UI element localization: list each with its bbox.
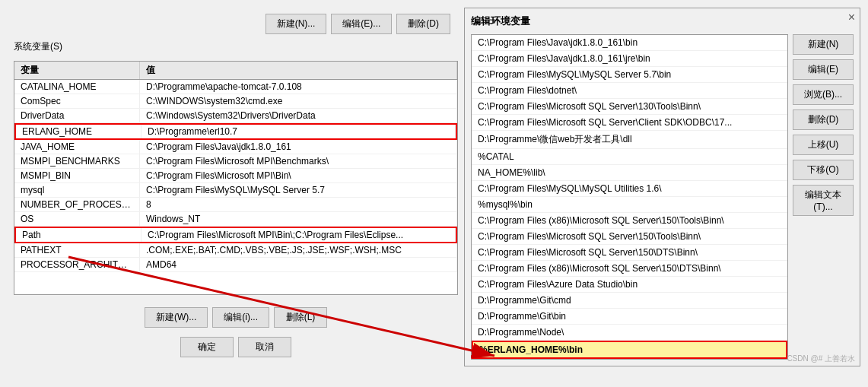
path-item[interactable]: C:\Program Files\Microsoft SQL Server\13…	[472, 99, 787, 115]
ok-button[interactable]: 确定	[180, 337, 234, 357]
path-item[interactable]: %CATAL	[472, 149, 787, 165]
left-panel: 新建(N)... 编辑(E)... 删除(D) 系统变量(S) 变量 值 CAT…	[8, 8, 464, 366]
cancel-button[interactable]: 取消	[238, 337, 291, 357]
cell-val: C:\Program Files\Microsoft MPI\Benchmark…	[140, 154, 457, 168]
cell-val: C:\Program Files\Microsoft MPI\Bin\;C:\P…	[141, 228, 456, 242]
delete-bottom-button[interactable]: 删除(L)	[274, 307, 327, 328]
path-item[interactable]: D:\Programme\Git\bin	[472, 309, 787, 325]
system-var-label: 系统变量(S)	[14, 40, 458, 53]
table-row[interactable]: ERLANG_HOMED:\Programme\erl10.7	[14, 123, 457, 140]
cell-var: Path	[16, 228, 141, 242]
path-item[interactable]: C:\Program Files\Microsoft SQL Server\15…	[472, 245, 787, 261]
path-list: C:\Program Files\Java\jdk1.8.0_161\binC:…	[471, 34, 788, 360]
cell-var: NUMBER_OF_PROCESSORS	[14, 198, 140, 211]
new-bottom-button[interactable]: 新建(W)...	[145, 307, 208, 328]
path-item[interactable]: NA_HOME%\lib\	[472, 165, 787, 181]
cell-val: Windows_NT	[140, 212, 457, 226]
path-item[interactable]: C:\Program Files\Microsoft SQL Server\15…	[472, 229, 787, 245]
table-row[interactable]: JAVA_HOMEC:\Program Files\Java\jdk1.8.0_…	[14, 140, 457, 154]
table-row[interactable]: mysqlC:\Program Files\MySQL\MySQL Server…	[14, 183, 457, 198]
path-item[interactable]: C:\Program Files (x86)\Microsoft SQL Ser…	[472, 213, 787, 229]
right-panel-button-5[interactable]: 下移(O)	[793, 160, 854, 180]
cell-val: C:\Program Files\Java\jdk1.8.0_161	[140, 140, 457, 154]
cell-var: MSMPI_BENCHMARKS	[14, 154, 140, 168]
cell-val: D:\Programme\erl10.7	[141, 125, 456, 138]
path-item[interactable]: D:\Programme\微信web开发者工具\dll	[472, 131, 787, 149]
cell-var: PATHEXT	[14, 243, 140, 257]
table-row[interactable]: MSMPI_BINC:\Program Files\Microsoft MPI\…	[14, 169, 457, 183]
close-button[interactable]: ×	[848, 11, 855, 24]
path-item[interactable]: C:\Program Files\Java\jdk1.8.0_161\bin	[472, 35, 787, 51]
cell-var: MSMPI_BIN	[14, 169, 140, 182]
confirm-cancel-group: 确定 取消	[14, 337, 458, 360]
cell-val: D:\Programme\apache-tomcat-7.0.108	[140, 80, 457, 94]
path-item[interactable]: C:\Program Files\Java\jdk1.8.0_161\jre\b…	[472, 51, 787, 67]
path-item[interactable]: C:\Program Files\MySQL\MySQL Utilities 1…	[472, 181, 787, 197]
cell-val: C:\Program Files\MySQL\MySQL Server 5.7	[140, 183, 457, 197]
path-item[interactable]: C:\Program Files\Microsoft SQL Server\Cl…	[472, 115, 787, 131]
edit-bottom-button[interactable]: 编辑(i)...	[212, 307, 269, 328]
cell-val: C:\WINDOWS\system32\cmd.exe	[140, 94, 457, 108]
cell-val: .COM;.EXE;.BAT;.CMD;.VBS;.VBE;.JS;.JSE;.…	[140, 243, 457, 257]
cell-val: AMD64	[140, 258, 457, 271]
cell-val: C:\Program Files\Microsoft MPI\Bin\	[140, 169, 457, 182]
cell-val: 8	[140, 198, 457, 211]
table-row[interactable]: CATALINA_HOMED:\Programme\apache-tomcat-…	[14, 80, 457, 94]
table-row[interactable]: OSWindows_NT	[14, 212, 457, 227]
table-row[interactable]: MSMPI_BENCHMARKSC:\Program Files\Microso…	[14, 154, 457, 169]
right-panel: 编辑环境变量 × C:\Program Files\Java\jdk1.8.0_…	[464, 8, 860, 366]
path-item[interactable]: %mysql%\bin	[472, 197, 787, 213]
path-item[interactable]: C:\Program Files\MySQL\MySQL Server 5.7\…	[472, 67, 787, 83]
right-panel-button-0[interactable]: 新建(N)	[793, 34, 854, 55]
table-row[interactable]: NUMBER_OF_PROCESSORS8	[14, 198, 457, 212]
cell-var: ComSpec	[14, 94, 140, 108]
right-panel-button-4[interactable]: 上移(U)	[793, 135, 854, 155]
cell-var: DriverData	[14, 109, 140, 122]
cell-var: OS	[14, 212, 140, 226]
path-item[interactable]: %ERLANG_HOME%\bin	[472, 341, 787, 359]
right-panel-title: 编辑环境变量	[471, 14, 854, 28]
cell-var: PROCESSOR_ARCHITECT...	[14, 258, 140, 271]
header-var: 变量	[14, 62, 140, 79]
path-item[interactable]: D:\Programme\Git\cmd	[472, 293, 787, 309]
top-button-group: 新建(N)... 编辑(E)... 删除(D)	[14, 14, 458, 34]
new-top-button[interactable]: 新建(N)...	[265, 14, 327, 34]
path-item[interactable]: C:\Program Files\Azure Data Studio\bin	[472, 277, 787, 293]
delete-top-button[interactable]: 删除(D)	[396, 14, 450, 34]
path-item[interactable]: D:\Programme\Node\	[472, 325, 787, 341]
cell-var: CATALINA_HOME	[14, 80, 140, 94]
table-row[interactable]: ComSpecC:\WINDOWS\system32\cmd.exe	[14, 94, 457, 109]
table-row[interactable]: PATHEXT.COM;.EXE;.BAT;.CMD;.VBS;.VBE;.JS…	[14, 243, 457, 258]
watermark: CSDN @# 上善若水	[787, 354, 855, 364]
header-val: 值	[140, 62, 457, 79]
cell-var: mysql	[14, 183, 140, 197]
right-panel-button-3[interactable]: 删除(D)	[793, 109, 854, 130]
system-var-table: 变量 值 CATALINA_HOMED:\Programme\apache-to…	[14, 61, 458, 295]
right-panel-button-1[interactable]: 编辑(E)	[793, 59, 854, 80]
cell-var: ERLANG_HOME	[16, 125, 141, 138]
right-panel-button-2[interactable]: 浏览(B)...	[793, 84, 854, 105]
bottom-button-group: 新建(W)... 编辑(i)... 删除(L)	[14, 301, 458, 331]
table-row[interactable]: DriverDataC:\Windows\System32\Drivers\Dr…	[14, 109, 457, 123]
table-row[interactable]: PathC:\Program Files\Microsoft MPI\Bin\;…	[14, 227, 457, 243]
table-row[interactable]: PROCESSOR_ARCHITECT...AMD64	[14, 258, 457, 272]
path-item[interactable]: C:\Program Files (x86)\Microsoft SQL Ser…	[472, 261, 787, 277]
table-header: 变量 值	[14, 62, 457, 80]
right-button-group: 新建(N)编辑(E)浏览(B)...删除(D)上移(U)下移(O)编辑文本(T)…	[793, 34, 854, 360]
cell-var: JAVA_HOME	[14, 140, 140, 154]
right-panel-button-6[interactable]: 编辑文本(T)...	[793, 185, 854, 216]
path-item[interactable]: C:\Program Files\dotnet\	[472, 83, 787, 99]
path-list-container: C:\Program Files\Java\jdk1.8.0_161\binC:…	[471, 34, 854, 360]
cell-val: C:\Windows\System32\Drivers\DriverData	[140, 109, 457, 122]
table-body: CATALINA_HOMED:\Programme\apache-tomcat-…	[14, 80, 457, 294]
edit-top-button[interactable]: 编辑(E)...	[331, 14, 392, 34]
